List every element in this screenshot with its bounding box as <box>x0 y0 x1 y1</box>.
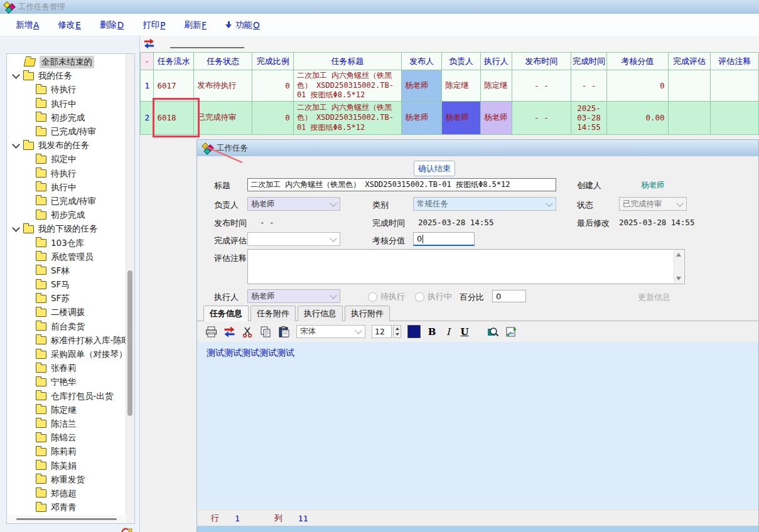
insert-picture-icon[interactable] <box>505 326 517 338</box>
column-header-完成比例[interactable]: 完成比例 <box>252 53 293 70</box>
tab-执行附件[interactable]: 执行附件 <box>345 306 390 321</box>
column-header-考核分值[interactable]: 考核分值 <box>606 53 668 70</box>
evaluation-select[interactable] <box>247 232 340 246</box>
tree-item-宁艳华[interactable]: 宁艳华 <box>7 375 126 389</box>
tab-任务附件[interactable]: 任务附件 <box>250 306 296 321</box>
tree-item-已完成/待审[interactable]: 已完成/待审 <box>7 194 126 208</box>
scrollbar-thumb[interactable] <box>127 270 132 416</box>
confirm-finish-button[interactable]: 确认结束 <box>414 161 455 176</box>
dialog-titlebar[interactable]: 工作任务 <box>197 140 758 156</box>
print-icon[interactable] <box>205 326 217 338</box>
column-header-评估注释[interactable]: 评估注释 <box>711 53 759 70</box>
column-header-负责人[interactable]: 负责人 <box>442 53 481 70</box>
percent-input[interactable]: 0 <box>492 290 526 302</box>
menu-refresh-button[interactable]: 刷新F <box>184 19 207 31</box>
task-row-6018[interactable]: 26018已完成待审0二次加工 内六角螺丝（铁黑色） XSDD250315002… <box>141 101 759 134</box>
tree-item-执行中[interactable]: 执行中 <box>7 181 126 194</box>
tree-item-103仓库[interactable]: 103仓库 <box>7 236 126 250</box>
column-header--[interactable]: - <box>141 53 154 70</box>
radio-pending[interactable]: 待执行 <box>368 291 405 302</box>
tree-item-SF马[interactable]: SF马 <box>7 278 126 292</box>
spinner-down-icon[interactable] <box>396 333 399 336</box>
scroll-down-icon[interactable] <box>676 277 681 280</box>
update-info-button[interactable]: 更新信息 <box>638 292 670 303</box>
swap-columns-icon[interactable] <box>144 38 154 49</box>
tree-item-系统管理员[interactable]: 系统管理员 <box>7 250 126 264</box>
menu-add-button[interactable]: 新增A <box>16 19 39 31</box>
sidebar-vertical-scrollbar[interactable] <box>126 54 134 523</box>
tree-item-SF林[interactable]: SF林 <box>7 264 126 278</box>
tree-item-仓库打包员-出货[interactable]: 仓库打包员-出货 <box>7 390 126 403</box>
category-select[interactable]: 常规任务 <box>413 197 556 211</box>
font-color-swatch[interactable] <box>407 325 421 338</box>
tree-item-SF苏[interactable]: SF苏 <box>7 292 126 306</box>
tree-item-待执行[interactable]: 待执行 <box>7 167 126 181</box>
menu-edit-button[interactable]: 修改E <box>58 19 81 31</box>
owner-select[interactable]: 杨老师 <box>247 197 340 211</box>
radio-running[interactable]: 执行中 <box>415 291 452 302</box>
tree-item-全部未结束的[interactable]: 全部未结束的 <box>7 55 126 69</box>
tree-item-称重发货[interactable]: 称重发货 <box>7 473 126 487</box>
find-icon[interactable] <box>487 326 499 338</box>
underline-button[interactable]: U <box>460 326 470 338</box>
tree-item-陈定继[interactable]: 陈定继 <box>7 403 126 417</box>
tree-item-我的任务[interactable]: 我的任务 <box>7 69 126 83</box>
copy-icon[interactable] <box>260 326 272 338</box>
italic-button[interactable]: I <box>443 326 453 338</box>
chevron-expanded-icon[interactable] <box>12 224 20 232</box>
paste-icon[interactable] <box>278 326 290 338</box>
column-header-任务流水[interactable]: 任务流水 <box>154 53 194 70</box>
task-row-6017[interactable]: 16017发布待执行0二次加工 内六角螺丝（铁黑色） XSDD250315002… <box>141 70 759 102</box>
tab-任务信息[interactable]: 任务信息 <box>203 306 249 321</box>
tab-执行信息[interactable]: 执行信息 <box>298 306 343 321</box>
tree-item-我发布的任务[interactable]: 我发布的任务 <box>7 139 126 152</box>
tree-item-标准件打标入库-陈旺勇[interactable]: 标准件打标入库-陈旺勇 <box>7 334 126 348</box>
swap-arrows-icon[interactable] <box>223 326 235 338</box>
tree-item-陈洁兰[interactable]: 陈洁兰 <box>7 417 126 431</box>
tree-item-二楼调拨[interactable]: 二楼调拨 <box>7 306 126 319</box>
column-header-执行人[interactable]: 执行人 <box>480 53 512 70</box>
tree-item-采购跟单（对接琴）[interactable]: 采购跟单（对接琴） <box>7 348 126 361</box>
tree-item-陈美娟[interactable]: 陈美娟 <box>7 459 126 472</box>
spinner-up-icon[interactable] <box>396 327 399 330</box>
column-header-发布人[interactable]: 发布人 <box>401 53 441 70</box>
tree-item-邓青青[interactable]: 邓青青 <box>7 501 126 514</box>
scroll-up-icon[interactable] <box>676 253 681 257</box>
font-size-spinner[interactable] <box>393 325 401 338</box>
column-header-任务状态[interactable]: 任务状态 <box>194 53 252 70</box>
bold-button[interactable]: B <box>427 326 437 338</box>
tree-item-拟定中[interactable]: 拟定中 <box>7 152 126 166</box>
score-input[interactable]: 0 <box>413 232 475 246</box>
cut-icon[interactable] <box>242 326 254 338</box>
chevron-expanded-icon[interactable] <box>12 141 20 149</box>
tree-item-前台卖货[interactable]: 前台卖货 <box>7 320 126 334</box>
column-header-完成评估[interactable]: 完成评估 <box>668 53 711 70</box>
tree-item-已完成/待审[interactable]: 已完成/待审 <box>7 125 126 139</box>
tree-item-初步完成[interactable]: 初步完成 <box>7 208 126 222</box>
tree-item-郑德超[interactable]: 郑德超 <box>7 487 126 501</box>
column-header-任务标题[interactable]: 任务标题 <box>293 53 401 70</box>
tree-item-陈莉莉[interactable]: 陈莉莉 <box>7 445 126 459</box>
sidebar-horizontal-scrollbar[interactable] <box>7 515 126 523</box>
eval-note-textarea[interactable] <box>247 249 685 284</box>
editor-content[interactable]: 测试测试测试测试测试 <box>198 342 758 509</box>
tree-item-待执行[interactable]: 待执行 <box>7 83 126 97</box>
scrollbar-thumb[interactable] <box>16 518 117 520</box>
tree-item-张春莉[interactable]: 张春莉 <box>7 361 126 375</box>
column-header-完成时间[interactable]: 完成时间 <box>571 53 606 70</box>
column-header-发布时间[interactable]: 发布时间 <box>512 53 571 70</box>
tree-item-陈锦云[interactable]: 陈锦云 <box>7 431 126 445</box>
font-size-input[interactable]: 12 <box>372 325 392 338</box>
menu-print-button[interactable]: 打印P <box>143 19 165 31</box>
status-select[interactable]: 已完成待审 <box>619 197 687 211</box>
chevron-expanded-icon[interactable] <box>12 71 20 79</box>
font-family-select[interactable]: 宋体 <box>296 325 365 338</box>
menu-delete-button[interactable]: 删除D <box>100 19 124 31</box>
menu-functions-button[interactable]: 功能O <box>225 19 260 31</box>
tree-item-我的下级的任务[interactable]: 我的下级的任务 <box>7 222 126 236</box>
executor-select[interactable]: 杨老师 <box>247 289 340 303</box>
title-input[interactable]: 二次加工 内六角螺丝（铁黑色） XSDD250315002.TB-01 按图纸Φ… <box>247 178 556 191</box>
tree-item-初步完成[interactable]: 初步完成 <box>7 111 126 125</box>
textarea-scrollbar[interactable] <box>674 250 684 283</box>
tree-item-执行中[interactable]: 执行中 <box>7 97 126 111</box>
